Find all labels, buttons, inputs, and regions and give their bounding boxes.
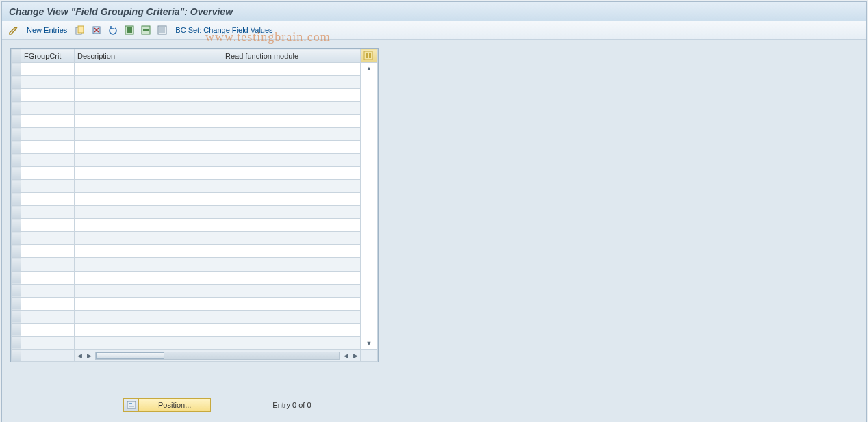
scroll-right-icon[interactable]: ▶ <box>350 351 360 360</box>
table-cell[interactable] <box>21 89 75 102</box>
table-cell[interactable] <box>75 310 222 323</box>
scroll-left-end-icon[interactable]: ◀ <box>341 351 350 360</box>
table-cell[interactable] <box>222 102 361 115</box>
table-cell[interactable] <box>75 154 222 167</box>
scroll-up-icon[interactable]: ▲ <box>363 64 374 73</box>
table-cell[interactable] <box>75 245 222 258</box>
table-cell[interactable] <box>21 245 75 258</box>
table-cell[interactable] <box>21 102 75 115</box>
table-cell[interactable] <box>222 297 361 310</box>
delete-icon[interactable] <box>90 24 103 36</box>
row-selector-header[interactable] <box>12 49 21 63</box>
table-cell[interactable] <box>75 115 222 128</box>
table-cell[interactable] <box>222 89 361 102</box>
table-cell[interactable] <box>222 180 361 193</box>
toggle-display-change-icon[interactable] <box>8 24 20 36</box>
table-cell[interactable] <box>75 206 222 219</box>
table-cell[interactable] <box>75 258 222 271</box>
table-cell[interactable] <box>21 180 75 193</box>
scroll-right-step-icon[interactable]: ▶ <box>84 351 94 360</box>
row-selector[interactable] <box>12 219 21 232</box>
row-selector[interactable] <box>12 297 21 310</box>
table-cell[interactable] <box>21 258 75 271</box>
table-cell[interactable] <box>222 310 361 323</box>
table-cell[interactable] <box>21 323 75 336</box>
scroll-down-icon[interactable]: ▼ <box>363 339 374 348</box>
vertical-scrollbar[interactable]: ▲▼ <box>361 63 378 350</box>
row-selector[interactable] <box>12 180 21 193</box>
table-cell[interactable] <box>222 271 361 284</box>
table-cell[interactable] <box>75 323 222 336</box>
table-cell[interactable] <box>75 193 222 206</box>
table-cell[interactable] <box>222 219 361 232</box>
table-cell[interactable] <box>222 128 361 141</box>
table-settings-button[interactable] <box>361 49 378 63</box>
row-selector[interactable] <box>12 89 21 102</box>
row-selector[interactable] <box>12 167 21 180</box>
table-cell[interactable] <box>75 232 222 245</box>
table-cell[interactable] <box>75 297 222 310</box>
row-selector[interactable] <box>12 193 21 206</box>
table-cell[interactable] <box>222 115 361 128</box>
table-cell[interactable] <box>222 167 361 180</box>
row-selector[interactable] <box>12 258 21 271</box>
row-selector[interactable] <box>12 310 21 323</box>
table-cell[interactable] <box>21 232 75 245</box>
table-cell[interactable] <box>75 336 222 349</box>
horizontal-scrollbar[interactable]: ◀ ▶ ◀ ▶ <box>75 350 360 361</box>
table-cell[interactable] <box>21 154 75 167</box>
table-cell[interactable] <box>21 297 75 310</box>
copy-icon[interactable] <box>74 24 86 36</box>
table-cell[interactable] <box>222 323 361 336</box>
column-header-description[interactable]: Description <box>75 49 222 63</box>
table-cell[interactable] <box>21 167 75 180</box>
row-selector[interactable] <box>12 323 21 336</box>
position-button[interactable]: Position... <box>123 398 211 412</box>
table-cell[interactable] <box>75 76 222 89</box>
row-selector[interactable] <box>12 141 21 154</box>
table-cell[interactable] <box>21 193 75 206</box>
select-all-icon[interactable] <box>123 24 136 36</box>
table-cell[interactable] <box>222 206 361 219</box>
table-cell[interactable] <box>75 128 222 141</box>
row-selector[interactable] <box>12 102 21 115</box>
table-cell[interactable] <box>75 271 222 284</box>
table-cell[interactable] <box>222 284 361 297</box>
table-cell[interactable] <box>21 141 75 154</box>
table-cell[interactable] <box>75 167 222 180</box>
bc-set-button[interactable]: BC Set: Change Field Values <box>173 25 275 36</box>
table-cell[interactable] <box>75 180 222 193</box>
table-cell[interactable] <box>222 258 361 271</box>
column-header-fgroupcrit[interactable]: FGroupCrit <box>21 49 75 63</box>
table-cell[interactable] <box>222 141 361 154</box>
table-cell[interactable] <box>222 76 361 89</box>
table-cell[interactable] <box>75 89 222 102</box>
hscroll-thumb[interactable] <box>96 352 164 359</box>
table-cell[interactable] <box>21 63 75 76</box>
deselect-all-icon[interactable] <box>156 24 168 36</box>
table-cell[interactable] <box>75 63 222 76</box>
row-selector[interactable] <box>12 76 21 89</box>
table-cell[interactable] <box>21 271 75 284</box>
table-cell[interactable] <box>75 219 222 232</box>
table-cell[interactable] <box>222 63 361 76</box>
table-cell[interactable] <box>222 245 361 258</box>
table-cell[interactable] <box>222 232 361 245</box>
row-selector[interactable] <box>12 115 21 128</box>
row-selector[interactable] <box>12 245 21 258</box>
table-cell[interactable] <box>75 102 222 115</box>
table-cell[interactable] <box>21 115 75 128</box>
row-selector[interactable] <box>12 63 21 76</box>
table-cell[interactable] <box>21 76 75 89</box>
table-cell[interactable] <box>75 141 222 154</box>
table-cell[interactable] <box>222 193 361 206</box>
scroll-left-icon[interactable]: ◀ <box>75 351 84 360</box>
table-cell[interactable] <box>21 219 75 232</box>
table-cell[interactable] <box>21 336 75 349</box>
new-entries-button[interactable]: New Entries <box>24 25 70 36</box>
table-cell[interactable] <box>21 284 75 297</box>
row-selector[interactable] <box>12 336 21 349</box>
row-selector[interactable] <box>12 232 21 245</box>
select-block-icon[interactable] <box>140 24 152 36</box>
row-selector[interactable] <box>12 284 21 297</box>
